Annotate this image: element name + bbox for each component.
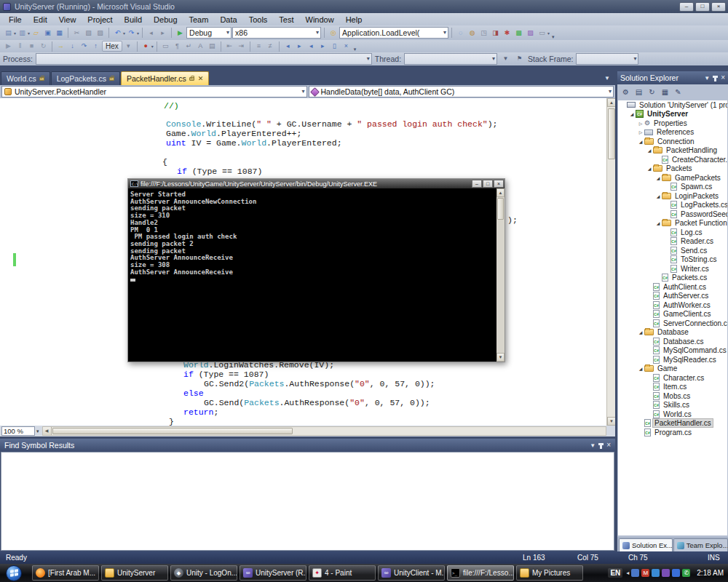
menu-test[interactable]: Test xyxy=(273,15,299,25)
editor-vertical-scrollbar[interactable]: ▲ ▼ xyxy=(606,98,615,426)
step-over-icon[interactable]: ↷ xyxy=(79,41,90,52)
thread-combo[interactable] xyxy=(404,53,497,65)
go-to-definition-icon[interactable]: ◳ xyxy=(478,28,489,39)
tree-item-gameclient-cs[interactable]: C#GameClient.cs xyxy=(618,310,727,319)
breakpoint-icon-dropdown[interactable]: ▾ xyxy=(151,44,154,49)
expander-icon[interactable]: ◢ xyxy=(637,139,644,144)
thread-flag-icon[interactable]: ⚑ xyxy=(514,54,525,65)
scrollbar-thumb[interactable] xyxy=(497,198,504,220)
incremental-search-icon[interactable]: A xyxy=(195,41,206,52)
network-icon[interactable] xyxy=(631,569,639,577)
console-output[interactable]: ▲ ▼ Server StartedAuthServer AnnounceNew… xyxy=(128,188,505,362)
stop-debugging-icon[interactable]: ■ xyxy=(26,41,37,52)
properties-window-icon[interactable]: ▨ xyxy=(525,28,536,39)
tree-item-authserver-cs[interactable]: C#AuthServer.cs xyxy=(618,292,727,301)
clock[interactable]: 2:18 AM xyxy=(697,569,724,577)
tree-item-passwordseed-cs[interactable]: C#PasswordSeed.cs xyxy=(618,210,727,219)
scrollbar-thumb[interactable] xyxy=(608,108,615,159)
find-in-files-icon[interactable]: ◎ xyxy=(328,28,339,39)
scroll-up-icon[interactable]: ▲ xyxy=(496,188,505,197)
show-next-statement-icon[interactable]: → xyxy=(55,41,66,52)
console-close-button[interactable]: × xyxy=(494,180,504,188)
taskbar-button-file-f-lesso[interactable]: >_file:///F:/Lesso... xyxy=(447,565,514,581)
next-bookmark-icon[interactable]: ▸ xyxy=(294,41,305,52)
properties-icon[interactable]: ⚙ xyxy=(620,87,631,97)
continue-icon[interactable]: ▶ xyxy=(3,41,14,52)
tree-item-createcharacter-cs[interactable]: C#CreateCharacter.cs xyxy=(618,155,727,164)
undo-icon[interactable]: ↶ xyxy=(112,28,123,39)
breakpoint-icon[interactable]: ● xyxy=(141,41,151,52)
solution-explorer-icon[interactable]: ▩ xyxy=(513,28,524,39)
menu-debug[interactable]: Debug xyxy=(148,15,183,25)
title-bar[interactable]: UnityServer (Running) - Microsoft Visual… xyxy=(0,0,728,13)
expander-icon[interactable]: ◢ xyxy=(637,330,644,335)
tree-item-reader-cs[interactable]: C#Reader.cs xyxy=(618,237,727,247)
expander-icon[interactable]: ◢ xyxy=(654,194,662,199)
uncomment-icon[interactable]: ≠ xyxy=(265,41,276,52)
hex-button[interactable]: Hex xyxy=(102,41,122,52)
tree-item-unityserver[interactable]: ◢C#UnityServer xyxy=(618,110,727,119)
find-symbol-results-header[interactable]: Find Symbol Results ▼ × xyxy=(0,439,615,452)
expander-icon[interactable]: ◢ xyxy=(654,220,662,226)
language-indicator[interactable]: EN xyxy=(608,568,622,578)
tab-packethandler-cs[interactable]: PacketHandler.cs✕ xyxy=(121,71,209,85)
tree-item-game[interactable]: ◢Game xyxy=(618,364,727,374)
add-item-icon-dropdown[interactable]: ▾ xyxy=(28,31,30,36)
tree-item-packets[interactable]: ◢Packets xyxy=(618,164,727,174)
taskbar-button-unityserver-r[interactable]: ∞UnityServer (R... xyxy=(240,565,306,581)
tree-item-gamepackets[interactable]: ◢GamePackets xyxy=(618,173,727,183)
menu-build[interactable]: Build xyxy=(119,15,148,25)
tree-item-skills-cs[interactable]: C#Skills.cs xyxy=(618,401,727,410)
cut-icon[interactable]: ✂ xyxy=(71,28,82,39)
menu-data[interactable]: Data xyxy=(214,15,242,25)
tree-item-mysqlcommand-cs[interactable]: C#MySqlCommand.cs xyxy=(618,346,727,356)
toggle-bookmark-icon[interactable]: ▯ xyxy=(329,41,340,52)
tree-item-packet-function[interactable]: ◢Packet Function xyxy=(618,219,727,228)
console-minimize-button[interactable]: – xyxy=(472,180,482,188)
immediate-window-icon[interactable]: ✱ xyxy=(502,28,513,39)
tree-item-loginpackets[interactable]: ◢LoginPackets xyxy=(618,191,727,201)
increase-indent-icon[interactable]: ⇥ xyxy=(236,41,247,52)
pin-icon[interactable] xyxy=(714,76,716,81)
navigate-forward-icon[interactable]: ▸ xyxy=(157,28,168,39)
toolbar-overflow-icon[interactable]: ▾ xyxy=(552,34,555,40)
zoom-dropdown-icon[interactable]: ▾ xyxy=(36,428,39,434)
tree-item-mysqlreader-cs[interactable]: C#MySqlReader.cs xyxy=(618,355,727,364)
tree-item-character-cs[interactable]: C#Character.cs xyxy=(618,373,727,383)
save-all-icon[interactable]: ▦ xyxy=(54,28,65,39)
breakpoints-window-icon[interactable]: ◨ xyxy=(490,28,501,39)
solution-platforms-combo[interactable]: x86 xyxy=(232,27,321,39)
tree-item-solution-unityserver-1-project[interactable]: Solution 'UnityServer' (1 project) xyxy=(618,100,727,110)
console-maximize-button[interactable]: □ xyxy=(483,180,493,188)
tree-item-packethandler-cs[interactable]: C#PacketHandler.cs xyxy=(618,419,727,428)
step-out-icon[interactable]: ↑ xyxy=(90,41,101,52)
tree-item-authclient-cs[interactable]: C#AuthClient.cs xyxy=(618,282,727,292)
menu-edit[interactable]: Edit xyxy=(28,15,53,25)
tab-solution-ex[interactable]: Solution Ex... xyxy=(619,538,673,551)
taskbar-button-my-pictures[interactable]: My Pictures xyxy=(516,565,583,581)
tree-item-mobs-cs[interactable]: C#Mobs.cs xyxy=(618,391,727,401)
previous-bookmark-icon[interactable]: ◂ xyxy=(282,41,293,52)
start-button[interactable] xyxy=(6,565,22,581)
expander-icon[interactable]: ▷ xyxy=(637,121,644,126)
refresh-icon[interactable]: ↻ xyxy=(646,87,657,97)
hex-dropdown-icon[interactable]: ▾ xyxy=(123,41,134,52)
start-debugging-icon[interactable]: ▶ xyxy=(175,28,186,39)
panel-menu-dropdown-icon[interactable]: ▼ xyxy=(704,75,710,81)
taskbar-button-first-arab-m[interactable]: [First Arab M... xyxy=(32,565,99,581)
solution-explorer-header[interactable]: Solution Explorer ▼ × xyxy=(617,71,728,84)
new-item-icon[interactable]: ▤ xyxy=(3,28,14,39)
stack-frame-combo[interactable] xyxy=(576,53,638,65)
tree-item-packethandling[interactable]: ◢PacketHandling xyxy=(618,146,727,156)
members-dropdown[interactable]: HandleData(byte[] data, AuthClient GC) xyxy=(309,86,614,97)
tree-item-program-cs[interactable]: C#Program.cs xyxy=(618,428,727,437)
undo-icon-dropdown[interactable]: ▾ xyxy=(123,31,125,36)
close-button[interactable]: × xyxy=(711,2,726,12)
redo-icon[interactable]: ↷ xyxy=(126,28,137,39)
tree-item-references[interactable]: ▷References xyxy=(618,128,727,137)
scroll-down-icon[interactable]: ▼ xyxy=(496,353,505,362)
maximize-button[interactable]: □ xyxy=(695,2,710,12)
menu-help[interactable]: Help xyxy=(340,15,368,25)
taskbar-button-unityserver[interactable]: UnityServer xyxy=(101,565,168,581)
tab-world-cs[interactable]: World.cs xyxy=(1,71,50,85)
